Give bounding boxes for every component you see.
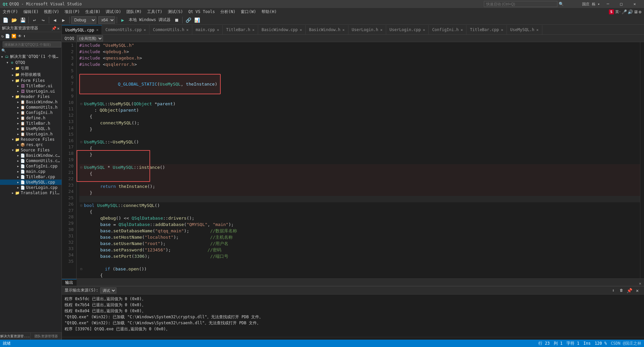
menu-team[interactable]: 团队(M) xyxy=(124,8,144,15)
tree-item-headerfiles[interactable]: ▾📁Header Files xyxy=(0,94,62,99)
tree-item-usemysql_cpp[interactable]: ▸📄UseMySQL.cpp xyxy=(0,180,62,185)
quick-search-input[interactable] xyxy=(484,1,557,7)
menu-qtvs[interactable]: Qt VS Tools xyxy=(186,8,217,15)
toolbar-btn-save[interactable]: 💾 xyxy=(19,16,27,24)
editor-scrollbar[interactable] xyxy=(640,42,644,278)
tree-item-titlebar_ui[interactable]: ▸🖼TitleBar.ui xyxy=(0,83,62,89)
fold-18[interactable]: ⊟ xyxy=(79,165,83,169)
tree-item-usemysql_h[interactable]: ▸📋UseMySQL.h xyxy=(0,126,62,131)
fold-14[interactable]: ⊟ xyxy=(79,140,83,144)
platform-dropdown[interactable]: x64 x86 xyxy=(98,16,115,24)
tree-item-solution[interactable]: ▾🗂解决方案'QTQQ'(1 个项目) xyxy=(0,53,62,60)
toolbar-btn-perf[interactable]: 📊 xyxy=(193,16,201,24)
collapse-all-icon[interactable]: ⬆ xyxy=(23,34,25,38)
tree-item-basicwindow_cpp[interactable]: ▸📄BasicWindow.cpp xyxy=(0,153,62,158)
filter-icon[interactable]: 🔽 xyxy=(11,34,16,38)
menu-file[interactable]: 文件(F) xyxy=(0,8,21,15)
tree-item-userlogin_h[interactable]: ▸📋UserLogin.h xyxy=(0,131,62,137)
menu-window[interactable]: 窗口(W) xyxy=(238,8,259,15)
sync-icon[interactable]: ↻ xyxy=(1,34,4,38)
tab-usemysql-cpp[interactable]: UseMySQL.cpp ✕ xyxy=(62,25,102,34)
minimize-button[interactable]: ─ xyxy=(601,0,615,8)
tab-titlebar-cpp[interactable]: TitleBar.cpp ✕ xyxy=(466,25,507,34)
tree-item-sourcefiles[interactable]: ▾📁Source Files xyxy=(0,147,62,153)
tab-close-icon11[interactable]: ✕ xyxy=(501,28,503,32)
tab-close-icon5[interactable]: ✕ xyxy=(252,28,255,32)
menu-debug[interactable]: 调试(D) xyxy=(103,8,124,15)
tree-item-define_h[interactable]: ▸📋define.h xyxy=(0,115,62,121)
tab-close-icon2[interactable]: ✕ xyxy=(144,28,146,32)
bottom-panel-close[interactable]: ✕ xyxy=(636,281,644,286)
toolbar-btn-new[interactable]: 📄 xyxy=(1,16,9,24)
toolbar-btn-run[interactable]: ▶ xyxy=(119,16,127,24)
tree-item-userlogin_cpp[interactable]: ▸📄UserLogin.cpp xyxy=(0,185,62,190)
menu-project[interactable]: 项目(P) xyxy=(62,8,83,15)
tree-item-qtqq[interactable]: ▾⚙QTQQ xyxy=(0,60,62,65)
bottom-tab-output[interactable]: 输出 xyxy=(62,279,77,286)
tree-item-resourcefiles[interactable]: ▾📁Resource Files xyxy=(0,137,62,142)
tree-item-configini_cpp[interactable]: ▸📄ConfigIni.cpp xyxy=(0,163,62,169)
tree-item-commonutils_h[interactable]: ▸📋CommonUtils.h xyxy=(0,105,62,110)
toolbar-btn-attach[interactable]: 🔗 xyxy=(184,16,192,24)
output-close-btn[interactable]: ✕ xyxy=(633,286,641,295)
preview-icon[interactable]: 👁 xyxy=(18,34,22,38)
close-button[interactable]: ✕ xyxy=(628,0,641,8)
tree-item-formfiles[interactable]: ▾📁Form Files xyxy=(0,78,62,83)
toolbar-btn-forward[interactable]: ▶ xyxy=(60,16,68,24)
code-content[interactable]: #include "UseMySQL.h" #include <qdebug.h… xyxy=(77,42,640,278)
scope-selector[interactable]: (全局范围) xyxy=(77,35,103,41)
tree-item-commonutils_cpp[interactable]: ▸📄CommonUtils.cpp xyxy=(0,158,62,163)
tab-titlebar-h[interactable]: TitleBar.h ✕ xyxy=(223,25,258,34)
tree-item-translationfiles[interactable]: ▸📁Translation Files xyxy=(0,190,62,196)
sol-pin-icon[interactable]: 📌 xyxy=(51,26,57,31)
tree-item-main_cpp[interactable]: ▸📄main.cpp xyxy=(0,169,62,174)
tab-basicwindow-cpp[interactable]: BasicWindow.cpp ✕ xyxy=(258,25,306,34)
toolbar-btn-open[interactable]: 📂 xyxy=(10,16,18,24)
tab-userlogin-h[interactable]: UserLogin.h ✕ xyxy=(348,25,386,34)
fold-34[interactable]: ⊟ xyxy=(79,267,83,271)
output-pin-btn[interactable]: 📌 xyxy=(625,286,633,295)
toolbar-btn-redo[interactable]: ↪ xyxy=(39,16,47,24)
toolbar-btn-undo[interactable]: ↩ xyxy=(30,16,38,24)
maximize-button[interactable]: □ xyxy=(615,0,628,8)
tab-basicwindow-h[interactable]: BasicWindow.h ✕ xyxy=(306,25,348,34)
tab-close-icon9[interactable]: ✕ xyxy=(423,28,425,32)
tree-item-res_qrc[interactable]: ▸📦res.qrc xyxy=(0,142,62,147)
tab-close-icon3[interactable]: ✕ xyxy=(186,28,189,32)
fold-24[interactable]: ⊟ xyxy=(79,204,83,208)
menu-test[interactable]: 测试(S) xyxy=(165,8,186,15)
tab-main-cpp[interactable]: main.cpp ✕ xyxy=(192,25,223,34)
solution-search-input[interactable] xyxy=(3,41,61,47)
toolbar-btn-back[interactable]: ◀ xyxy=(51,16,59,24)
tab-configini-h[interactable]: ConfigIni.h ✕ xyxy=(429,25,466,34)
show-files-icon[interactable]: 📄 xyxy=(5,34,10,38)
tab-close-icon6[interactable]: ✕ xyxy=(300,28,302,32)
output-scrollbar[interactable] xyxy=(62,337,644,340)
menu-build[interactable]: 生成(B) xyxy=(83,8,103,15)
tab-close-icon10[interactable]: ✕ xyxy=(461,28,463,32)
menu-view[interactable]: 视图(V) xyxy=(41,8,62,15)
tree-item-titlebar_cpp[interactable]: ▸📄TitleBar.cpp xyxy=(0,174,62,180)
tree-item-configini_h[interactable]: ▸📋ConfigIni.h xyxy=(0,110,62,115)
tab-commonutils-cpp[interactable]: CommonUtils.cpp ✕ xyxy=(102,25,149,34)
tab-close-icon[interactable]: ✕ xyxy=(96,28,99,32)
tree-item-userlogin_ui[interactable]: ▸🖼UserLogin.ui xyxy=(0,89,62,94)
sol-tab-team[interactable]: 团队资源管理器 xyxy=(31,333,62,340)
tab-usemysql-h[interactable]: UseMySQL.h ✕ xyxy=(507,25,542,34)
sol-close-icon[interactable]: ✕ xyxy=(57,26,60,31)
menu-edit[interactable]: 编辑(E) xyxy=(21,8,41,15)
tree-item-ref[interactable]: ▸📁引用 xyxy=(0,65,62,72)
debug-config-dropdown[interactable]: Debug Release xyxy=(71,16,96,24)
tab-userlogin-cpp[interactable]: UserLogin.cpp ✕ xyxy=(386,25,429,34)
output-btn-clear[interactable]: 🗑 xyxy=(617,286,625,295)
tab-close-icon8[interactable]: ✕ xyxy=(380,28,383,32)
toolbar-btn-stop[interactable]: ⏹ xyxy=(173,16,181,24)
output-source-dropdown[interactable]: 调试 xyxy=(100,287,116,294)
sol-tab-solution[interactable]: 解决方案资源管... xyxy=(0,333,31,340)
tree-item-titlebar_h[interactable]: ▸📋TitleBar.h xyxy=(0,121,62,126)
menu-analyze[interactable]: 分析(N) xyxy=(218,8,238,15)
output-btn-wrap[interactable]: ↕ xyxy=(609,286,617,295)
tab-commonutils-h[interactable]: CommonUtils.h ✕ xyxy=(149,25,192,34)
tree-item-external[interactable]: ▸📁外部依赖项 xyxy=(0,72,62,78)
tab-close-icon7[interactable]: ✕ xyxy=(342,28,345,32)
